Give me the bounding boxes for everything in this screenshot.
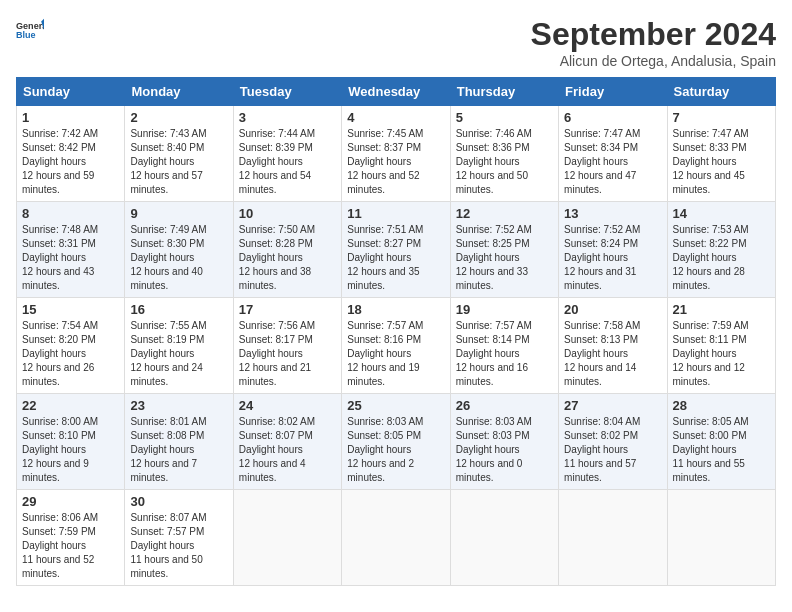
calendar-day <box>667 490 775 586</box>
day-number: 5 <box>456 110 553 125</box>
day-number: 19 <box>456 302 553 317</box>
calendar-day: 1Sunrise: 7:42 AMSunset: 8:42 PMDaylight… <box>17 106 125 202</box>
calendar-week-5: 29Sunrise: 8:06 AMSunset: 7:59 PMDayligh… <box>17 490 776 586</box>
day-number: 13 <box>564 206 661 221</box>
calendar-day: 2Sunrise: 7:43 AMSunset: 8:40 PMDaylight… <box>125 106 233 202</box>
weekday-header-thursday: Thursday <box>450 78 558 106</box>
svg-text:Blue: Blue <box>16 30 36 40</box>
day-info: Sunrise: 7:53 AMSunset: 8:22 PMDaylight … <box>673 223 770 293</box>
day-number: 15 <box>22 302 119 317</box>
day-info: Sunrise: 7:45 AMSunset: 8:37 PMDaylight … <box>347 127 444 197</box>
day-number: 25 <box>347 398 444 413</box>
calendar-day: 12Sunrise: 7:52 AMSunset: 8:25 PMDayligh… <box>450 202 558 298</box>
calendar-day: 5Sunrise: 7:46 AMSunset: 8:36 PMDaylight… <box>450 106 558 202</box>
day-info: Sunrise: 8:07 AMSunset: 7:57 PMDaylight … <box>130 511 227 581</box>
calendar-day: 24Sunrise: 8:02 AMSunset: 8:07 PMDayligh… <box>233 394 341 490</box>
weekday-header-friday: Friday <box>559 78 667 106</box>
day-number: 29 <box>22 494 119 509</box>
day-number: 4 <box>347 110 444 125</box>
calendar-day: 13Sunrise: 7:52 AMSunset: 8:24 PMDayligh… <box>559 202 667 298</box>
day-info: Sunrise: 7:50 AMSunset: 8:28 PMDaylight … <box>239 223 336 293</box>
day-info: Sunrise: 8:00 AMSunset: 8:10 PMDaylight … <box>22 415 119 485</box>
day-number: 2 <box>130 110 227 125</box>
weekday-header-monday: Monday <box>125 78 233 106</box>
day-number: 8 <box>22 206 119 221</box>
calendar-day: 28Sunrise: 8:05 AMSunset: 8:00 PMDayligh… <box>667 394 775 490</box>
day-number: 27 <box>564 398 661 413</box>
calendar-day: 11Sunrise: 7:51 AMSunset: 8:27 PMDayligh… <box>342 202 450 298</box>
calendar-day <box>559 490 667 586</box>
day-number: 22 <box>22 398 119 413</box>
calendar-table: SundayMondayTuesdayWednesdayThursdayFrid… <box>16 77 776 586</box>
calendar-day <box>450 490 558 586</box>
day-info: Sunrise: 8:06 AMSunset: 7:59 PMDaylight … <box>22 511 119 581</box>
day-info: Sunrise: 7:42 AMSunset: 8:42 PMDaylight … <box>22 127 119 197</box>
day-info: Sunrise: 7:54 AMSunset: 8:20 PMDaylight … <box>22 319 119 389</box>
calendar-day: 19Sunrise: 7:57 AMSunset: 8:14 PMDayligh… <box>450 298 558 394</box>
calendar-day: 23Sunrise: 8:01 AMSunset: 8:08 PMDayligh… <box>125 394 233 490</box>
day-info: Sunrise: 7:58 AMSunset: 8:13 PMDaylight … <box>564 319 661 389</box>
day-info: Sunrise: 7:49 AMSunset: 8:30 PMDaylight … <box>130 223 227 293</box>
day-number: 18 <box>347 302 444 317</box>
day-info: Sunrise: 8:03 AMSunset: 8:03 PMDaylight … <box>456 415 553 485</box>
calendar-day: 30Sunrise: 8:07 AMSunset: 7:57 PMDayligh… <box>125 490 233 586</box>
day-number: 20 <box>564 302 661 317</box>
calendar-week-1: 1Sunrise: 7:42 AMSunset: 8:42 PMDaylight… <box>17 106 776 202</box>
calendar-day: 26Sunrise: 8:03 AMSunset: 8:03 PMDayligh… <box>450 394 558 490</box>
day-number: 12 <box>456 206 553 221</box>
day-number: 24 <box>239 398 336 413</box>
calendar-day: 17Sunrise: 7:56 AMSunset: 8:17 PMDayligh… <box>233 298 341 394</box>
day-number: 9 <box>130 206 227 221</box>
day-info: Sunrise: 7:47 AMSunset: 8:33 PMDaylight … <box>673 127 770 197</box>
day-info: Sunrise: 8:04 AMSunset: 8:02 PMDaylight … <box>564 415 661 485</box>
day-number: 16 <box>130 302 227 317</box>
day-info: Sunrise: 7:47 AMSunset: 8:34 PMDaylight … <box>564 127 661 197</box>
calendar-day: 3Sunrise: 7:44 AMSunset: 8:39 PMDaylight… <box>233 106 341 202</box>
calendar-day: 25Sunrise: 8:03 AMSunset: 8:05 PMDayligh… <box>342 394 450 490</box>
day-info: Sunrise: 8:05 AMSunset: 8:00 PMDaylight … <box>673 415 770 485</box>
calendar-day: 22Sunrise: 8:00 AMSunset: 8:10 PMDayligh… <box>17 394 125 490</box>
calendar-week-2: 8Sunrise: 7:48 AMSunset: 8:31 PMDaylight… <box>17 202 776 298</box>
day-number: 30 <box>130 494 227 509</box>
month-title: September 2024 <box>531 16 776 53</box>
day-number: 14 <box>673 206 770 221</box>
calendar-day <box>342 490 450 586</box>
calendar-day: 9Sunrise: 7:49 AMSunset: 8:30 PMDaylight… <box>125 202 233 298</box>
day-info: Sunrise: 7:57 AMSunset: 8:16 PMDaylight … <box>347 319 444 389</box>
day-info: Sunrise: 7:59 AMSunset: 8:11 PMDaylight … <box>673 319 770 389</box>
calendar-day: 21Sunrise: 7:59 AMSunset: 8:11 PMDayligh… <box>667 298 775 394</box>
day-number: 1 <box>22 110 119 125</box>
day-number: 28 <box>673 398 770 413</box>
day-info: Sunrise: 7:51 AMSunset: 8:27 PMDaylight … <box>347 223 444 293</box>
weekday-header-wednesday: Wednesday <box>342 78 450 106</box>
logo-icon: General Blue <box>16 16 44 44</box>
day-number: 10 <box>239 206 336 221</box>
calendar-day: 20Sunrise: 7:58 AMSunset: 8:13 PMDayligh… <box>559 298 667 394</box>
calendar-day: 8Sunrise: 7:48 AMSunset: 8:31 PMDaylight… <box>17 202 125 298</box>
weekday-header-row: SundayMondayTuesdayWednesdayThursdayFrid… <box>17 78 776 106</box>
calendar-day: 6Sunrise: 7:47 AMSunset: 8:34 PMDaylight… <box>559 106 667 202</box>
day-info: Sunrise: 7:56 AMSunset: 8:17 PMDaylight … <box>239 319 336 389</box>
calendar-day: 16Sunrise: 7:55 AMSunset: 8:19 PMDayligh… <box>125 298 233 394</box>
calendar-week-3: 15Sunrise: 7:54 AMSunset: 8:20 PMDayligh… <box>17 298 776 394</box>
calendar-day: 14Sunrise: 7:53 AMSunset: 8:22 PMDayligh… <box>667 202 775 298</box>
calendar-day <box>233 490 341 586</box>
day-number: 17 <box>239 302 336 317</box>
calendar-day: 29Sunrise: 8:06 AMSunset: 7:59 PMDayligh… <box>17 490 125 586</box>
weekday-header-tuesday: Tuesday <box>233 78 341 106</box>
title-block: September 2024 Alicun de Ortega, Andalus… <box>531 16 776 69</box>
day-number: 21 <box>673 302 770 317</box>
calendar-day: 10Sunrise: 7:50 AMSunset: 8:28 PMDayligh… <box>233 202 341 298</box>
svg-text:General: General <box>16 21 44 31</box>
calendar-day: 7Sunrise: 7:47 AMSunset: 8:33 PMDaylight… <box>667 106 775 202</box>
page-header: General Blue September 2024 Alicun de Or… <box>16 16 776 69</box>
day-info: Sunrise: 7:57 AMSunset: 8:14 PMDaylight … <box>456 319 553 389</box>
calendar-day: 15Sunrise: 7:54 AMSunset: 8:20 PMDayligh… <box>17 298 125 394</box>
weekday-header-sunday: Sunday <box>17 78 125 106</box>
day-number: 26 <box>456 398 553 413</box>
day-number: 7 <box>673 110 770 125</box>
day-number: 3 <box>239 110 336 125</box>
weekday-header-saturday: Saturday <box>667 78 775 106</box>
day-info: Sunrise: 8:02 AMSunset: 8:07 PMDaylight … <box>239 415 336 485</box>
location-subtitle: Alicun de Ortega, Andalusia, Spain <box>531 53 776 69</box>
